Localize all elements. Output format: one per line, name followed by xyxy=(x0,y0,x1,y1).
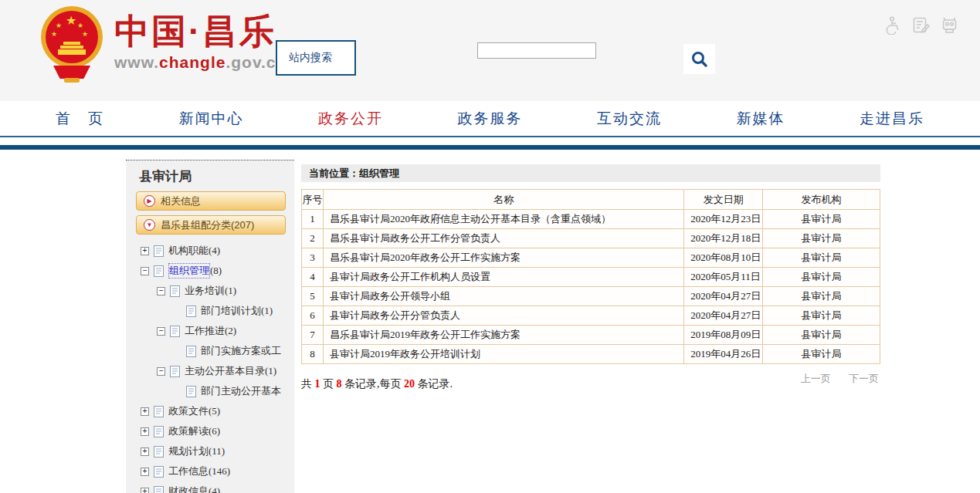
tree-item[interactable]: −组织管理(8) xyxy=(126,261,294,281)
tree-item[interactable]: 部门培训计划(1) xyxy=(126,301,294,321)
category-group-button[interactable]: ▼ 昌乐县组配分类(207) xyxy=(136,215,286,235)
record-title-link[interactable]: 县审计局2019年政务公开培训计划 xyxy=(323,345,683,364)
table-row: 7昌乐县审计局2019年政务公开工作实施方案2019年08月09日县审计局 xyxy=(302,326,880,345)
table-row: 4县审计局政务公开工作机构人员设置2020年05月11日县审计局 xyxy=(302,268,880,287)
column-header: 名称 xyxy=(323,190,683,210)
nav-item[interactable]: 走进昌乐 xyxy=(860,109,924,129)
document-icon xyxy=(154,406,164,417)
tree-item[interactable]: +政策解读(6) xyxy=(126,421,294,441)
tree-item-count: (5) xyxy=(209,405,220,417)
tree-item[interactable]: +工作信息(146) xyxy=(126,461,294,481)
breadcrumb: 当前位置：组织管理 xyxy=(301,164,880,182)
arrow-right-circle-icon: ▶ xyxy=(144,195,155,207)
tree-item[interactable]: −主动公开基本目录(1) xyxy=(126,361,294,381)
tree-item[interactable]: +财政信息(4) xyxy=(126,481,294,493)
next-page-link[interactable]: 下一页 xyxy=(849,373,879,384)
document-icon xyxy=(154,265,164,277)
summary-number: 1 xyxy=(315,378,320,390)
tree-item[interactable]: −工作推进(2) xyxy=(126,321,294,341)
table-row: 3昌乐县审计局2020年政务公开工作实施方案2020年08月10日县审计局 xyxy=(302,248,880,268)
document-icon xyxy=(154,446,164,458)
prev-page-link[interactable]: 上一页 xyxy=(801,373,831,384)
collapse-icon[interactable]: − xyxy=(157,327,165,336)
nav-item[interactable]: 政务服务 xyxy=(458,109,523,129)
search-icon xyxy=(690,49,710,69)
search-button[interactable] xyxy=(683,44,715,74)
tree-item-label: 工作信息 xyxy=(168,464,209,478)
record-title-link[interactable]: 县审计局政务公开分管负责人 xyxy=(323,306,683,326)
tree-item-label: 政策文件 xyxy=(168,404,209,418)
tree-item-count: (1) xyxy=(225,285,236,297)
record-title-link[interactable]: 县审计局政务公开工作机构人员设置 xyxy=(323,268,683,287)
nav-item[interactable]: 新媒体 xyxy=(737,109,785,129)
tree-item-label: 工作推进 xyxy=(185,324,225,338)
accessibility-icon[interactable] xyxy=(883,15,902,35)
summary-number: 8 xyxy=(337,378,342,390)
row-index-cell: 7 xyxy=(302,326,324,345)
expand-icon[interactable]: + xyxy=(141,447,149,456)
row-index-cell: 4 xyxy=(302,268,324,287)
document-icon xyxy=(154,466,164,478)
related-info-button[interactable]: ▶ 相关信息 xyxy=(136,191,286,211)
tree-item[interactable]: −业务培训(1) xyxy=(126,281,294,301)
summary-text: 条记录,每页 xyxy=(342,378,405,390)
robot-icon[interactable] xyxy=(940,15,959,35)
record-title-link[interactable]: 昌乐县审计局2020年政务公开工作实施方案 xyxy=(323,248,683,268)
row-index-cell: 3 xyxy=(302,248,324,268)
record-title-link[interactable]: 昌乐县审计局2020年政府信息主动公开基本目录（含重点领域） xyxy=(323,210,683,229)
publish-date-cell: 2019年08月09日 xyxy=(684,326,763,345)
expand-icon[interactable]: + xyxy=(141,247,149,255)
main-content: 当前位置：组织管理 序号名称发文日期发布机构 1昌乐县审计局2020年政府信息主… xyxy=(301,160,880,418)
tree-item[interactable]: +政策文件(5) xyxy=(126,401,294,421)
agency-cell: 县审计局 xyxy=(763,229,880,248)
agency-cell: 县审计局 xyxy=(763,306,880,326)
tree-item[interactable]: +机构职能(4) xyxy=(126,241,294,261)
tree-item-count: (8) xyxy=(210,265,222,277)
tree-item[interactable]: +规划计划(11) xyxy=(126,441,294,461)
expand-icon[interactable]: + xyxy=(141,468,149,476)
tree-item-count: (11) xyxy=(209,445,225,458)
publish-date-cell: 2020年04月27日 xyxy=(684,306,763,326)
collapse-icon[interactable]: − xyxy=(157,367,165,376)
tree-item-label: 部门主动公开基本 xyxy=(201,384,281,398)
expand-icon[interactable]: + xyxy=(141,407,149,416)
summary-number: 20 xyxy=(404,378,415,390)
main-nav: 首 页新闻中心政务公开政务服务互动交流新媒体走进昌乐 xyxy=(0,101,980,136)
nav-item[interactable]: 新闻中心 xyxy=(179,109,244,129)
expand-icon[interactable]: + xyxy=(141,427,149,436)
tree-item-count: (146) xyxy=(209,465,230,478)
national-emblem-icon: ★ ★ ★ ★ ★ xyxy=(40,6,103,85)
tree-item[interactable]: 部门主动公开基本 xyxy=(126,381,294,401)
collapse-icon[interactable]: − xyxy=(141,267,149,275)
search-input[interactable] xyxy=(477,42,596,59)
nav-item[interactable]: 政务公开 xyxy=(318,109,383,129)
record-title-link[interactable]: 昌乐县审计局政务公开工作分管负责人 xyxy=(323,229,683,248)
tree-item[interactable]: 部门实施方案或工 xyxy=(126,341,294,361)
site-title: 中国·昌乐 xyxy=(114,11,287,52)
record-title-link[interactable]: 昌乐县审计局2019年政务公开工作实施方案 xyxy=(323,326,683,345)
row-index-cell: 6 xyxy=(302,306,324,326)
record-title-link[interactable]: 县审计局政务公开领导小组 xyxy=(323,287,683,306)
nav-divider-thick xyxy=(0,145,980,150)
expand-icon[interactable]: + xyxy=(141,488,149,493)
tree-item-label: 部门培训计划 xyxy=(201,304,261,318)
tree-item-count: (4) xyxy=(209,245,220,257)
row-index-cell: 5 xyxy=(302,287,324,306)
publish-date-cell: 2020年12月23日 xyxy=(684,210,763,229)
site-url: www.changle.gov.cn xyxy=(114,53,287,72)
site-search-tab[interactable]: 站内搜索 xyxy=(276,40,356,76)
nav-item[interactable]: 互动交流 xyxy=(597,109,662,129)
table-row: 1昌乐县审计局2020年政府信息主动公开基本目录（含重点领域）2020年12月2… xyxy=(302,210,880,229)
edit-note-icon[interactable] xyxy=(911,15,931,35)
table-row: 2昌乐县审计局政务公开工作分管负责人2020年12月18日县审计局 xyxy=(302,229,880,248)
agency-cell: 县审计局 xyxy=(763,210,880,229)
tree-item-count: (2) xyxy=(225,325,236,337)
tree-item-label: 主动公开基本目录 xyxy=(185,364,265,378)
tree-item-label: 部门实施方案或工 xyxy=(201,344,281,358)
tree-item-count: (6) xyxy=(209,425,220,437)
row-index-cell: 8 xyxy=(302,345,324,364)
nav-divider-thin xyxy=(0,136,980,137)
nav-item[interactable]: 首 页 xyxy=(56,109,104,129)
related-info-label: 相关信息 xyxy=(161,194,201,208)
collapse-icon[interactable]: − xyxy=(157,287,165,295)
